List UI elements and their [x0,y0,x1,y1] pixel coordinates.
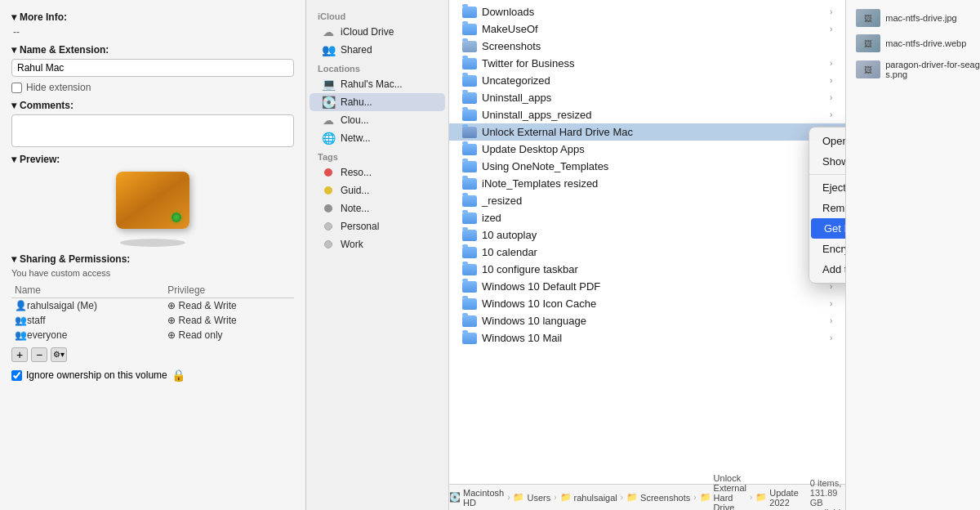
permissions-table: Name Privilege 👤rahulsaigal (Me) ⊕ Read … [11,283,294,342]
ctx-remove-sidebar[interactable]: Remove from Sidebar [809,198,845,218]
sidebar-item-rahul-drive[interactable]: 💽 Rahu... [310,93,445,111]
sidebar-item-network[interactable]: 🌐 Netw... [310,129,445,147]
list-item[interactable]: Uncategorized › [449,72,845,89]
group-icon-2: 👥 [15,329,27,341]
more-info-section: ▾ More Info: -- [0,8,305,41]
sidebar-item-label: Work [341,239,363,250]
ctx-label: Show in Enclosing Folder [822,155,845,168]
privilege-cell: ⊕ Read & Write [164,298,294,314]
hide-extension-checkbox[interactable] [11,83,22,93]
list-item[interactable]: 10 calendar › [449,244,845,261]
list-item[interactable]: Twitter for Business › [449,55,845,72]
list-item[interactable]: Update Desktop Apps › [449,141,845,158]
list-item-highlighted[interactable]: Unlock External Hard Drive Mac › [449,123,845,141]
triangle-icon-5: ▾ [11,253,16,265]
tag-red-dot [321,166,336,179]
triangle-icon: ▾ [11,11,16,23]
name-extension-header: ▾ Name & Extension: [11,44,294,56]
tag-personal-dot [321,220,336,233]
list-item[interactable]: Windows 10 Icon Cache › [449,295,845,312]
folder-icon [462,161,477,172]
file-name: Using OneNote_Templates [482,160,830,172]
list-item[interactable]: Uninstall_apps › [449,89,845,106]
sidebar-item-icloud-drive[interactable]: ☁ iCloud Drive [310,23,445,41]
cloud-drive-icon: ☁ [321,25,336,38]
permissions-controls: + − ⚙▾ [11,347,294,362]
network-icon: 🌐 [321,132,336,145]
arrow-icon: › [830,76,832,85]
list-item[interactable]: Screenshots [449,38,845,55]
ctx-get-info[interactable]: Get Info [811,218,845,239]
sidebar-item-tag-yellow[interactable]: Guid... [310,181,445,199]
list-item[interactable]: iNote_Templates resized › [449,175,845,192]
list-item: 🖼 mac-ntfs-drive.jpg [853,7,980,29]
breadcrumb-label: Update 2022 [769,488,798,508]
image-icon: 🖼 [864,14,872,23]
perms-col-name: Name [11,283,164,298]
name-input[interactable] [11,59,294,77]
ctx-add-dock[interactable]: Add to Dock [809,259,845,280]
main-content: Downloads › MakeUseOf › Screenshots Twit… [449,0,845,510]
file-name: Windows 10 language [482,315,830,327]
folder-icon [462,247,477,258]
sidebar-item-rahuls-mac[interactable]: 💻 Rahul's Mac... [310,75,445,93]
chevron-icon: ⊕ [167,315,176,326]
sidebar-item-personal[interactable]: Personal [310,217,445,235]
sidebar-item-shared[interactable]: 👥 Shared [310,41,445,59]
breadcrumb-separator: › [750,493,752,502]
remove-permission-button[interactable]: − [31,347,47,362]
folder-icon [462,92,477,104]
arrow-icon: › [830,59,832,68]
list-item[interactable]: 10 configure taskbar › [449,261,845,278]
ctx-eject[interactable]: Eject "Rahul Mac" [809,177,845,198]
folder-icon [462,127,477,138]
sharing-section: ▾ Sharing & Permissions: You have custom… [0,250,305,385]
sidebar-item-label: Note... [341,203,369,214]
file-list: Downloads › MakeUseOf › Screenshots Twit… [449,0,845,484]
folder-breadcrumb-icon: 📁 [513,492,524,503]
list-item[interactable]: Downloads › [449,3,845,20]
sidebar-item-cloud[interactable]: ☁ Clou... [310,111,445,129]
list-item[interactable]: Using OneNote_Templates › [449,158,845,175]
ctx-label: Get Info [824,222,845,235]
tag-gray-dot [321,202,336,215]
list-item[interactable]: Windows 10 language › [449,312,845,329]
arrow-icon: › [830,110,832,119]
sidebar: iCloud ☁ iCloud Drive 👥 Shared Locations… [306,0,449,510]
user-cell: 👥everyone [11,328,164,342]
list-item[interactable]: _resized › [449,192,845,209]
ignore-ownership-checkbox[interactable] [11,370,22,381]
breadcrumb-item: 📁 Users [513,492,550,503]
file-thumb-name: mac-ntfs-drive.jpg [885,13,956,23]
folder-icon [462,7,477,18]
file-thumb-name: mac-ntfs-drive.webp [885,38,966,48]
sidebar-item-work[interactable]: Work [310,235,445,253]
add-permission-button[interactable]: + [11,347,28,362]
file-name: Windows 10 Icon Cache [482,298,830,310]
ctx-encrypt[interactable]: Encrypt [809,239,845,259]
more-info-value: -- [11,26,294,38]
ctx-show-enclosing[interactable]: Show in Enclosing Folder [809,151,845,172]
triangle-icon-4: ▾ [11,154,16,165]
comments-box[interactable] [11,114,294,147]
folder-icon [462,230,477,241]
right-panel: 🖼 mac-ntfs-drive.jpg 🖼 mac-ntfs-drive.we… [845,0,980,510]
user-cell: 👤rahulsaigal (Me) [11,298,164,314]
ctx-label: Open in New Tab [822,135,845,147]
chevron-icon: ⊕ [167,300,176,311]
more-permission-button[interactable]: ⚙▾ [51,347,67,362]
finder-window: iCloud ☁ iCloud Drive 👥 Shared Locations… [306,0,980,510]
list-item[interactable]: Windows 10 Default PDF › [449,278,845,295]
list-item[interactable]: MakeUseOf › [449,20,845,38]
list-item[interactable]: ized › [449,209,845,226]
sidebar-item-tag-red[interactable]: Reso... [310,163,445,181]
folder-icon [462,144,477,155]
arrow-icon: › [830,25,832,34]
ctx-open-new-tab[interactable]: Open in New Tab [809,131,845,151]
list-item[interactable]: Uninstall_apps_resized › [449,106,845,123]
list-item[interactable]: Windows 10 Mail › [449,329,845,347]
table-row: 👥staff ⊕ Read & Write [11,313,294,328]
user-cell: 👥staff [11,313,164,328]
list-item[interactable]: 10 autoplay › [449,226,845,244]
sidebar-item-tag-gray[interactable]: Note... [310,199,445,217]
